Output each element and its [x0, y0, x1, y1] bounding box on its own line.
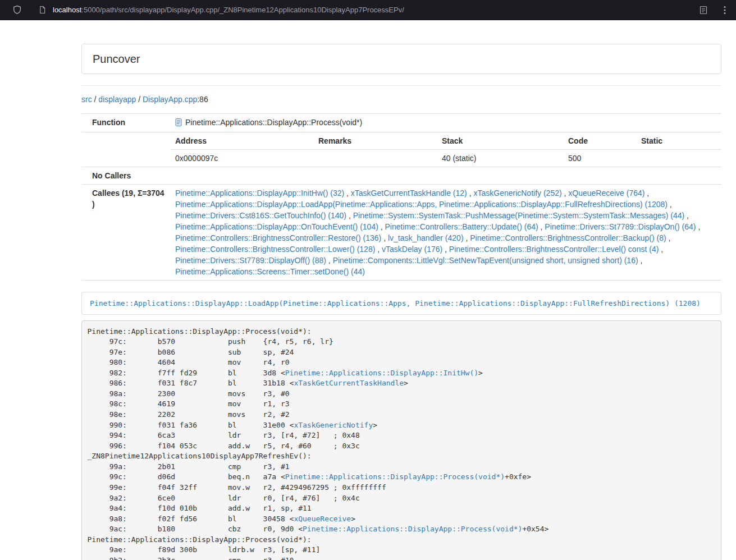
- stats-header-address: Address: [171, 132, 314, 150]
- disassembly-symbol-link[interactable]: xTaskGenericNotify: [294, 421, 373, 429]
- disassembly-code: Pinetime::Applications::DisplayApp::Proc…: [81, 320, 721, 560]
- disassembly-symbol-link[interactable]: xTaskGetCurrentTaskHandle: [294, 379, 404, 387]
- stats-header-static: Static: [637, 132, 721, 150]
- url-path: :5000/path/src/displayapp/DisplayApp.cpp…: [81, 6, 404, 14]
- stats-header-row: Address Remarks Stack Code Static: [171, 132, 721, 150]
- function-label: Function: [81, 114, 171, 132]
- kebab-menu-icon[interactable]: [721, 3, 728, 17]
- callee-link[interactable]: Pinetime::Applications::Screens::Timer::…: [175, 267, 365, 276]
- breadcrumb-file-link[interactable]: DisplayApp.cpp: [143, 95, 197, 104]
- no-callers-label: No Callers: [81, 167, 171, 185]
- stats-header-code: Code: [564, 132, 637, 150]
- reader-view-icon[interactable]: [697, 3, 710, 17]
- function-row: Function Pinetime::Applications::Display…: [81, 114, 721, 132]
- disassembly-symbol-link[interactable]: xQueueReceive: [294, 515, 351, 523]
- stats-header-stack: Stack: [437, 132, 564, 150]
- stats-remarks-value: [314, 150, 437, 167]
- stats-static-value: [637, 150, 721, 167]
- selected-symbol-link[interactable]: Pinetime::Applications::DisplayApp::Load…: [90, 299, 701, 307]
- selected-symbol-box: Pinetime::Applications::DisplayApp::Load…: [81, 292, 721, 315]
- callee-link[interactable]: Pinetime::Controllers::Battery::Update()…: [385, 222, 538, 231]
- stats-row-label: [81, 132, 171, 167]
- breadcrumb-separator: /: [136, 95, 143, 104]
- callee-link[interactable]: lv_task_handler (420): [388, 233, 464, 242]
- page-content: Puncover src / displayapp / DisplayApp.c…: [81, 20, 721, 560]
- no-callers-cell: [171, 167, 721, 185]
- callee-link[interactable]: xQueueReceive (764): [568, 189, 644, 198]
- callee-link[interactable]: vTaskDelay (176): [382, 245, 442, 254]
- function-type-icon: [175, 118, 182, 129]
- url-host: localhost: [53, 6, 81, 14]
- disassembly-symbol-link[interactable]: Pinetime::Applications::DisplayApp::Init…: [285, 369, 478, 377]
- stats-address-value: 0x0000097c: [171, 150, 314, 167]
- breadcrumb: src / displayapp / DisplayApp.cpp:86: [81, 94, 721, 105]
- callee-link[interactable]: Pinetime::Applications::DisplayApp::Load…: [175, 200, 668, 209]
- page-title: Puncover: [93, 52, 710, 66]
- breadcrumb-separator: /: [92, 95, 99, 104]
- callee-link[interactable]: Pinetime::Applications::DisplayApp::Init…: [175, 189, 344, 198]
- disassembly-symbol-link[interactable]: Pinetime::Applications::DisplayApp::Proc…: [303, 525, 522, 533]
- callee-link[interactable]: Pinetime::Drivers::St7789::DisplayOn() (…: [545, 222, 696, 231]
- stats-row: Address Remarks Stack Code Static 0x0000…: [81, 132, 721, 167]
- app-title-panel: Puncover: [81, 44, 721, 74]
- page-icon[interactable]: [36, 3, 48, 16]
- callee-link[interactable]: Pinetime::Controllers::BrightnessControl…: [175, 245, 375, 254]
- no-callers-row: No Callers: [81, 167, 721, 185]
- callee-link[interactable]: xTaskGenericNotify (252): [473, 189, 561, 198]
- stats-cell: Address Remarks Stack Code Static 0x0000…: [171, 132, 721, 167]
- callee-link[interactable]: xTaskGetCurrentTaskHandle (12): [351, 189, 467, 198]
- breadcrumb-src-link[interactable]: src: [81, 95, 92, 104]
- function-name-cell: Pinetime::Applications::DisplayApp::Proc…: [171, 114, 721, 132]
- callee-link[interactable]: Pinetime::Controllers::BrightnessControl…: [449, 245, 659, 254]
- function-table: Function Pinetime::Applications::Display…: [81, 113, 721, 281]
- stats-table: Address Remarks Stack Code Static 0x0000…: [171, 132, 721, 167]
- callee-link[interactable]: Pinetime::System::SystemTask::PushMessag…: [353, 211, 685, 220]
- breadcrumb-line-number: :86: [197, 95, 208, 104]
- divider: [81, 85, 721, 86]
- callees-row: Callees (19, Σ=3704 ) Pinetime::Applicat…: [81, 185, 721, 281]
- url-bar[interactable]: localhost:5000/path/src/displayapp/Displ…: [53, 6, 697, 14]
- tracking-protection-shield-icon[interactable]: [10, 3, 24, 17]
- callee-link[interactable]: Pinetime::Components::LittleVgl::SetNewT…: [333, 256, 638, 265]
- callee-link[interactable]: Pinetime::Applications::DisplayApp::OnTo…: [175, 222, 378, 231]
- stats-value-row: 0x0000097c 40 (static) 500: [171, 150, 721, 167]
- disassembly-symbol-link[interactable]: Pinetime::Applications::DisplayApp::Proc…: [285, 472, 505, 481]
- callees-list: Pinetime::Applications::DisplayApp::Init…: [171, 185, 721, 281]
- callee-link[interactable]: Pinetime::Drivers::Cst816S::GetTouchInfo…: [175, 211, 346, 220]
- callee-link[interactable]: Pinetime::Drivers::St7789::DisplayOff() …: [175, 256, 326, 265]
- callee-link[interactable]: Pinetime::Controllers::BrightnessControl…: [175, 233, 381, 242]
- function-name: Pinetime::Applications::DisplayApp::Proc…: [185, 118, 362, 127]
- stats-header-remarks: Remarks: [314, 132, 437, 150]
- breadcrumb-displayapp-link[interactable]: displayapp: [98, 95, 136, 104]
- browser-chrome: localhost:5000/path/src/displayapp/Displ…: [0, 0, 736, 20]
- callees-label: Callees (19, Σ=3704 ): [81, 185, 171, 281]
- callee-link[interactable]: Pinetime::Controllers::BrightnessControl…: [470, 233, 666, 242]
- stats-stack-value: 40 (static): [437, 150, 564, 167]
- stats-code-value: 500: [564, 150, 637, 167]
